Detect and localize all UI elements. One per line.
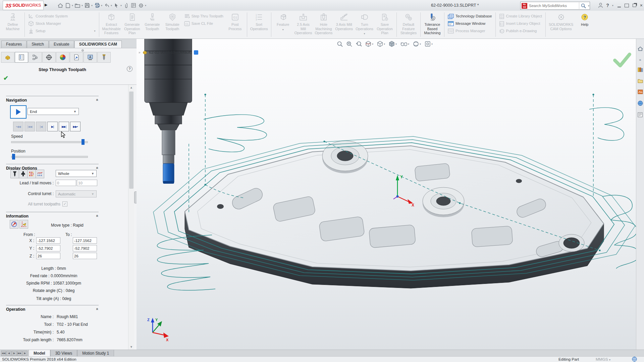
collapse-task-pane-icon[interactable]: « (639, 58, 641, 62)
view-settings-icon[interactable]: ▾ (425, 41, 433, 47)
print-icon[interactable] (94, 1, 100, 9)
extract-machinable-features-button[interactable]: Extract Machinable Features (101, 11, 122, 38)
go-to-start-button[interactable]: •◀◀ (13, 122, 23, 131)
dimxpert-manager-tab[interactable] (42, 52, 56, 63)
tab-list-icon[interactable]: ▶ (22, 351, 28, 356)
to-x-input[interactable] (73, 237, 97, 244)
zoom-to-fit-icon[interactable] (337, 41, 343, 47)
scrollbar-thumb[interactable] (129, 92, 133, 189)
appearances-icon[interactable] (638, 101, 643, 107)
edit-appearance-icon[interactable]: ▾ (413, 41, 421, 47)
tab-scroll-last-icon[interactable]: ▶▶ (17, 351, 22, 356)
to-z-input[interactable] (73, 253, 97, 259)
speed-slider-handle[interactable] (82, 139, 85, 145)
technology-database-button[interactable]: Technology Database (446, 13, 493, 20)
save-operation-plan-button[interactable]: Save Operation Plan (375, 11, 394, 38)
panel-splitter-dot[interactable] (82, 49, 84, 52)
all-turret-toolpaths-checkbox[interactable]: ✓ (62, 201, 67, 206)
view-list-icon[interactable] (130, 1, 137, 9)
logo-flyout-arrow[interactable]: ▶ (45, 3, 47, 7)
generate-operation-plan-button[interactable]: Generate Operation Plan (122, 11, 142, 38)
help-menu-icon[interactable]: ? (606, 1, 609, 9)
solidworks-resources-icon[interactable] (638, 46, 643, 52)
show-holder-button[interactable] (19, 170, 28, 178)
units-selector[interactable]: MMGS ▾ (596, 357, 611, 362)
tab-scroll-back-icon[interactable]: ◀ (6, 351, 11, 356)
step-thru-toolpath-button[interactable]: Step Thru Toolpath (183, 13, 225, 20)
help-dropdown-icon[interactable]: ▾ (612, 4, 613, 7)
tab-solidworks-cam[interactable]: SOLIDWORKS CAM (74, 41, 122, 48)
display-manager-tab[interactable] (56, 52, 69, 63)
undo-dropdown-icon[interactable]: ▾ (111, 4, 112, 7)
tab-3d-views[interactable]: 3D Views (50, 350, 77, 357)
save-icon[interactable] (84, 1, 91, 9)
close-button[interactable]: × (640, 1, 643, 9)
step-forward-button[interactable]: ▶| (47, 122, 58, 131)
simulate-toolpath-button[interactable]: Simulate Toolpath (163, 11, 182, 38)
open-dropdown-icon[interactable]: ▾ (82, 4, 83, 7)
control-turret-select[interactable]: Automatic▼ (56, 190, 97, 197)
show-toolpath-button[interactable] (27, 170, 36, 178)
previous-view-icon[interactable] (356, 41, 362, 47)
tab-model[interactable]: Model (29, 350, 50, 357)
solidworks-cam-options-button[interactable]: SOLIDWORKS CAM Options (548, 11, 574, 38)
25-axis-mill-operations-button[interactable]: 2.5 Axis Mill Operations (293, 11, 313, 38)
process-manager-button[interactable]: Process Manager (446, 27, 493, 35)
fast-forward-button[interactable]: ▶▶| (59, 122, 69, 131)
define-machine-button[interactable]: Define Machine (3, 11, 22, 38)
display-style-icon[interactable]: ▾ (389, 41, 397, 47)
tab-scroll-first-icon[interactable]: ◀◀ (1, 351, 6, 356)
navigation-mode-select[interactable]: End▼ (28, 108, 79, 115)
tab-motion-study-1[interactable]: Motion Study 1 (77, 350, 114, 357)
generate-toolpath-button[interactable]: Generate Toolpath (143, 11, 162, 38)
options-dropdown-icon[interactable]: ▾ (145, 4, 146, 7)
post-process-button[interactable]: G1 Post Process (225, 11, 245, 38)
custom-properties-icon[interactable] (638, 112, 643, 118)
from-y-input[interactable] (36, 245, 60, 251)
to-y-input[interactable] (73, 245, 97, 251)
cam-feature-tree-tab[interactable] (70, 52, 83, 63)
help-button[interactable]: ? Help (575, 11, 594, 38)
lead-moves-input[interactable] (56, 180, 76, 186)
user-account-icon[interactable] (598, 1, 603, 9)
ok-button[interactable]: ✔ (3, 74, 8, 82)
publish-e-drawing-button[interactable]: Publish e-Drawing (498, 27, 543, 35)
trail-moves-input[interactable] (77, 180, 97, 186)
file-explorer-icon[interactable] (638, 78, 643, 84)
cam-operation-tree-tab[interactable] (84, 52, 97, 63)
collapse-navigation-icon[interactable]: « (95, 99, 100, 101)
tab-features[interactable]: Features (1, 41, 26, 48)
document-name[interactable]: 62-02-9000-13 (149, 50, 175, 55)
graphics-viewport[interactable]: Y X Z Y X (137, 39, 636, 350)
confirm-corner-ok-button[interactable] (612, 52, 632, 69)
tab-evaluate[interactable]: Evaluate (49, 41, 74, 48)
position-slider-handle[interactable] (12, 154, 15, 160)
coordinate-system-button[interactable]: Coordinate System (27, 13, 97, 20)
home-icon[interactable] (57, 1, 64, 9)
from-x-input[interactable] (36, 237, 60, 244)
insert-library-object-button[interactable]: Insert Library Object (498, 20, 543, 27)
configuration-manager-tab[interactable] (29, 52, 42, 63)
turn-operations-dropdown-icon[interactable]: ▾ (364, 32, 365, 35)
speed-slider[interactable] (11, 141, 88, 143)
new-document-icon[interactable] (64, 1, 71, 9)
save-dropdown-icon[interactable]: ▾ (91, 4, 93, 7)
select-dropdown-icon[interactable]: ▾ (120, 4, 122, 7)
maximize-button[interactable] (625, 3, 629, 8)
play-button[interactable] (10, 105, 26, 119)
restore-button[interactable] (632, 3, 637, 8)
show-toolpath-points-button[interactable] (36, 170, 44, 178)
breadcrumb-chevrons-icon[interactable]: » (139, 51, 141, 54)
collapse-operation-icon[interactable]: « (95, 308, 100, 310)
property-manager-tab[interactable] (15, 52, 28, 63)
fast-rewind-button[interactable]: |◀◀ (24, 122, 35, 131)
simulation-mode-select[interactable]: Whole▼ (56, 170, 97, 177)
section-view-icon[interactable]: ▾ (365, 41, 374, 47)
tab-sketch[interactable]: Sketch (27, 41, 49, 48)
stock-manager-button[interactable]: Stock Manager (27, 20, 97, 27)
new-dropdown-icon[interactable]: ▾ (72, 4, 73, 7)
select-icon[interactable] (113, 1, 120, 9)
from-z-input[interactable] (36, 253, 60, 259)
tags-globe-icon[interactable] (632, 357, 637, 362)
setup-dropdown-icon[interactable]: ▾ (94, 29, 96, 33)
